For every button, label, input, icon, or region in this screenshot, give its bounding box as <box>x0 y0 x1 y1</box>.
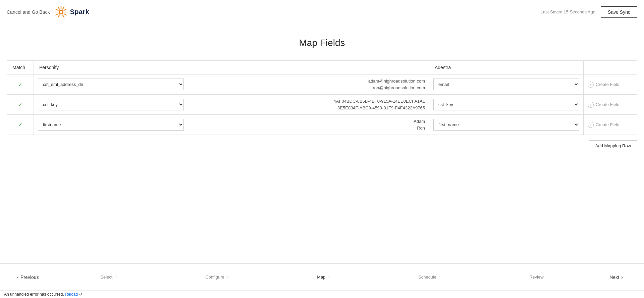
plus-circle-icon: + <box>588 122 594 128</box>
sample-value: adam@highroadsolution.com <box>192 78 425 85</box>
reload-link[interactable]: Reload <box>65 292 78 297</box>
step-label: Review <box>529 275 544 280</box>
adestra-cell: first_name <box>429 115 584 135</box>
error-message: An unhandled error has occurred. <box>4 292 64 297</box>
svg-line-8 <box>56 14 58 15</box>
footer-step-review: Review <box>529 275 544 280</box>
footer-step-map: Map› <box>317 275 329 280</box>
svg-line-1 <box>63 7 64 9</box>
step-label: Map <box>317 275 325 280</box>
action-cell: +Create Field <box>584 74 637 95</box>
personify-select[interactable]: cst_eml_address_dn <box>38 79 184 90</box>
sample-data-cell: 4AF04BDC-8B5B-4BF0-915A-14EE0ECFA1A13E5E… <box>188 95 429 115</box>
mapping-table: Match Personify Adestra ✓cst_eml_address… <box>7 60 637 135</box>
add-mapping-row-container: Add Mapping Row <box>7 140 637 151</box>
match-cell: ✓ <box>7 74 34 95</box>
create-field-button[interactable]: +Create Field <box>588 102 620 108</box>
personify-cell: firstname <box>34 115 188 135</box>
step-label: Schedule <box>418 275 436 280</box>
spark-logo-icon <box>54 5 68 19</box>
adestra-select[interactable]: first_name <box>433 119 579 131</box>
footer-steps: Select›Configure›Map›Schedule›Review <box>56 264 588 290</box>
table-row: ✓firstnameAdamRonfirst_name+Create Field <box>7 115 637 135</box>
footer-step-schedule: Schedule› <box>418 275 440 280</box>
check-icon: ✓ <box>18 81 23 88</box>
svg-line-4 <box>64 14 66 15</box>
action-cell: +Create Field <box>584 95 637 115</box>
match-cell: ✓ <box>7 95 34 115</box>
sample-value: 4AF04BDC-8B5B-4BF0-915A-14EE0ECFA1A1 <box>192 98 425 105</box>
step-arrow-icon: › <box>227 275 228 280</box>
col-header-match: Match <box>7 61 34 74</box>
sample-value: 3E5E834F-ABC9-4590-81F9-F4F4322A9765 <box>192 105 425 111</box>
svg-line-2 <box>64 9 66 10</box>
footer-nav: ‹ Previous Select›Configure›Map›Schedule… <box>0 263 644 290</box>
svg-line-10 <box>56 9 58 10</box>
prev-arrow-icon: ‹ <box>17 275 18 280</box>
col-header-adestra: Adestra <box>429 61 584 74</box>
sample-data-cell: adam@highroadsolution.comron@highroadsol… <box>188 74 429 95</box>
next-label: Next <box>609 275 619 280</box>
logo-text: Spark <box>70 8 89 16</box>
create-field-button[interactable]: +Create Field <box>588 82 620 88</box>
table-row: ✓cst_key4AF04BDC-8B5B-4BF0-915A-14EE0ECF… <box>7 95 637 115</box>
check-icon: ✓ <box>18 121 23 128</box>
create-field-label: Create Field <box>596 102 620 107</box>
header-right: Last Saved 15 Seconds Ago Save Sync <box>541 6 637 18</box>
step-label: Select <box>100 275 112 280</box>
main-content: Map Fields Match Personify Adestra ✓cst_… <box>0 24 644 263</box>
svg-line-5 <box>63 15 64 17</box>
adestra-cell: cst_key <box>429 95 584 115</box>
footer-step-select: Select› <box>100 275 116 280</box>
svg-point-13 <box>60 11 62 13</box>
header: Cancel and Go Back <box>0 0 644 24</box>
create-field-label: Create Field <box>596 82 620 87</box>
personify-select[interactable]: cst_key <box>38 99 184 110</box>
header-left: Cancel and Go Back <box>7 5 90 19</box>
step-arrow-icon: › <box>115 275 116 280</box>
next-button[interactable]: Next › <box>588 264 644 290</box>
step-arrow-icon: › <box>328 275 329 280</box>
svg-line-11 <box>58 7 59 9</box>
step-label: Configure <box>205 275 224 280</box>
sample-value: Adam <box>192 118 425 125</box>
adestra-select[interactable]: email <box>433 79 579 90</box>
check-icon: ✓ <box>18 101 23 108</box>
reload-icon: ↺ <box>79 292 82 296</box>
personify-select[interactable]: firstname <box>38 119 184 131</box>
add-mapping-button[interactable]: Add Mapping Row <box>589 140 637 151</box>
footer-step-configure: Configure› <box>205 275 228 280</box>
personify-cell: cst_key <box>34 95 188 115</box>
plus-circle-icon: + <box>588 82 594 88</box>
create-field-button[interactable]: +Create Field <box>588 122 620 128</box>
step-arrow-icon: › <box>439 275 440 280</box>
last-saved-text: Last Saved 15 Seconds Ago <box>541 9 595 14</box>
save-sync-button[interactable]: Save Sync <box>601 6 637 18</box>
next-arrow-icon: › <box>621 275 623 280</box>
page-title: Map Fields <box>7 38 637 48</box>
adestra-select[interactable]: cst_key <box>433 99 579 110</box>
svg-line-7 <box>58 15 59 17</box>
match-cell: ✓ <box>7 115 34 135</box>
logo: Spark <box>54 5 89 19</box>
sample-value: Ron <box>192 125 425 132</box>
col-header-sample <box>188 61 429 74</box>
plus-circle-icon: + <box>588 102 594 108</box>
create-field-label: Create Field <box>596 122 620 127</box>
table-row: ✓cst_eml_address_dnadam@highroadsolution… <box>7 74 637 95</box>
col-header-personify: Personify <box>34 61 188 74</box>
previous-label: Previous <box>20 275 39 280</box>
previous-button[interactable]: ‹ Previous <box>0 264 56 290</box>
sample-value: ron@highroadsolution.com <box>192 85 425 91</box>
personify-cell: cst_eml_address_dn <box>34 74 188 95</box>
error-bar: An unhandled error has occurred. Reload … <box>0 290 644 298</box>
col-header-action <box>584 61 637 74</box>
adestra-cell: email <box>429 74 584 95</box>
sample-data-cell: AdamRon <box>188 115 429 135</box>
action-cell: +Create Field <box>584 115 637 135</box>
cancel-go-back-link[interactable]: Cancel and Go Back <box>7 9 50 15</box>
